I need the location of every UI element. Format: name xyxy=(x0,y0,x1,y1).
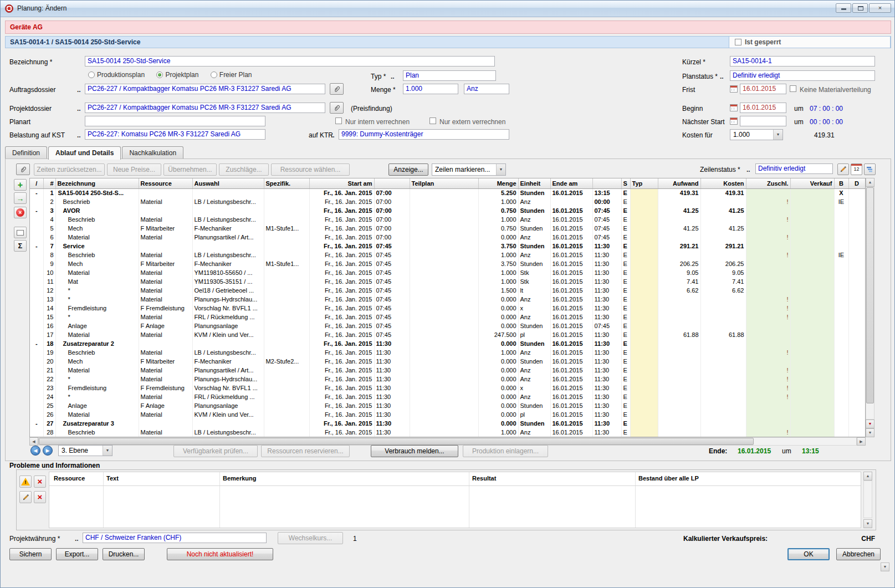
belastung-field[interactable]: PC26-227: Komatsu PC26 MR-3 F31227 Sared… xyxy=(85,129,265,140)
ebene-select[interactable]: 3. Ebene ▼ xyxy=(58,445,112,456)
maximize-button[interactable] xyxy=(852,3,868,13)
close-button[interactable]: × xyxy=(869,3,891,13)
probleme-scrollbar-track[interactable] xyxy=(863,480,872,518)
gantt-chart-icon[interactable] xyxy=(864,163,876,175)
ok-button[interactable]: OK xyxy=(787,548,830,560)
nav-forward-button[interactable]: ▶ xyxy=(43,446,53,456)
produktionsplan-radio[interactable] xyxy=(88,71,95,78)
column-header-vk[interactable]: Verkauf xyxy=(790,178,834,188)
planart-field[interactable] xyxy=(85,116,265,126)
detail-view-button[interactable] xyxy=(14,227,27,238)
scroll-left-button[interactable]: ◀ xyxy=(29,437,38,446)
beginn-zeit-field[interactable]: 07 : 00 : 00 xyxy=(810,105,843,113)
column-header-typ[interactable]: Typ xyxy=(630,178,658,188)
plan-row-12[interactable]: 12*MaterialOel18 / Getriebeoel ...Fr., 1… xyxy=(30,286,865,295)
column-header-et[interactable] xyxy=(592,178,621,188)
zuschlaege-button[interactable]: Zuschläge... xyxy=(219,163,269,176)
zeiten-zuruecksetzen-button[interactable]: Zeiten zurücksetzen... xyxy=(34,163,105,176)
probleme-scroll-up-button[interactable]: ▲ xyxy=(863,472,872,480)
column-header-spez[interactable]: Spezifik. xyxy=(264,178,309,188)
scroll-up-button[interactable]: ▲ xyxy=(866,178,874,187)
auftragsdossier-attach-button[interactable] xyxy=(330,83,344,95)
plan-row-17[interactable]: 17MaterialMaterialKVM / Klein und Ver...… xyxy=(30,330,865,339)
plan-row-6[interactable]: 6MaterialMaterialPlanungsartikel / Art..… xyxy=(30,233,865,242)
plan-row-10[interactable]: 10MaterialMaterialYM119810-55650 / ...Fr… xyxy=(30,268,865,277)
column-header-num[interactable]: # xyxy=(43,178,55,188)
neue-preise-button[interactable]: Neue Preise... xyxy=(107,163,161,176)
plan-row-22[interactable]: 22*MaterialPlanungs-Hydrschlau...Fr., 16… xyxy=(30,375,865,384)
insert-row-button[interactable]: → xyxy=(14,192,27,204)
column-header-b[interactable]: B xyxy=(834,178,848,188)
column-header-ausw[interactable]: Auswahl xyxy=(192,178,264,188)
delete-row-button[interactable]: × xyxy=(14,207,27,218)
plan-row-13[interactable]: 13*MaterialPlanungs-Hydrschlau...Fr., 16… xyxy=(30,295,865,304)
kuerzel-field[interactable]: SA15-0014-1 xyxy=(730,56,875,67)
naechster-start-zeit-field[interactable]: 00 : 00 : 00 xyxy=(810,118,843,126)
tab-definition[interactable]: Definition xyxy=(5,146,47,159)
plan-row-3[interactable]: -3AVORFr., 16. Jan. 201507:000.750Stunde… xyxy=(30,206,865,215)
ressourcen-reservieren-button[interactable]: Ressourcen reservieren... xyxy=(261,445,350,457)
frist-calendar-icon[interactable] xyxy=(730,85,738,93)
scroll-right-button[interactable]: ▶ xyxy=(857,437,866,446)
sichern-button[interactable]: Sichern xyxy=(9,548,52,560)
freier-plan-radio[interactable] xyxy=(211,71,217,78)
typ-browse-button[interactable]: .. xyxy=(391,73,395,80)
nur-intern-checkbox[interactable] xyxy=(335,117,342,124)
ist-gesperrt-checkbox[interactable] xyxy=(735,39,741,45)
frist-field[interactable]: 16.01.2015 xyxy=(740,84,786,94)
plan-row-26[interactable]: 26MaterialMaterialKVM / Klein und Ver...… xyxy=(30,410,865,419)
horizontal-scrollbar-thumb[interactable] xyxy=(39,438,754,445)
clear-notes-button[interactable]: × xyxy=(34,491,46,503)
keine-materialverteilung-checkbox[interactable] xyxy=(790,85,796,92)
plan-row-15[interactable]: 15*MaterialFRL / Rückmeldung ...Fr., 16.… xyxy=(30,313,865,321)
plan-row-20[interactable]: 20MechF MitarbeiterF-MechanikerM2-Stufe2… xyxy=(30,357,865,366)
plan-row-5[interactable]: 5MechF MitarbeiterF-MechanikerM1-Stufe1.… xyxy=(30,224,865,233)
plan-row-2[interactable]: 2BeschriebMaterialLB / Leistungsbeschr..… xyxy=(30,197,865,206)
column-header-zu[interactable]: Zuschl. xyxy=(746,178,790,188)
sum-button[interactable]: Σ xyxy=(14,240,27,252)
verbrauch-melden-button[interactable]: Verbrauch melden... xyxy=(371,445,458,457)
planstatus-field[interactable]: Definitiv erledigt xyxy=(730,70,875,81)
add-row-button[interactable]: + xyxy=(14,179,27,191)
plan-row-14[interactable]: 14FremdleistungF FremdleistungVorschlag … xyxy=(30,304,865,313)
calendar-12-icon[interactable]: 12 xyxy=(851,163,862,175)
ressource-waehlen-button[interactable]: Ressource wählen... xyxy=(271,163,350,176)
column-header-st[interactable] xyxy=(374,178,410,188)
plan-row-18[interactable]: -18Zusatzreparatur 2Fr., 16. Jan. 201511… xyxy=(30,339,865,348)
column-header-sd[interactable]: Start am xyxy=(309,178,374,188)
auf-ktr-field[interactable]: 9999: Dummy-Kostenträger xyxy=(339,129,509,140)
anzeige-button[interactable]: Anzeige... xyxy=(388,163,428,176)
column-header-menge[interactable]: Menge xyxy=(478,178,518,188)
edit-note-button[interactable] xyxy=(19,491,32,503)
auftragsdossier-browse-button[interactable]: .. xyxy=(77,86,81,93)
belastung-browse-button[interactable]: .. xyxy=(77,132,81,139)
column-header-einh[interactable]: Einheit xyxy=(518,178,550,188)
window-scroll-down-button[interactable]: ▼ xyxy=(881,563,889,571)
projektplan-radio[interactable] xyxy=(156,71,163,78)
produktion-einlagern-button[interactable]: Produktion einlagern... xyxy=(463,445,548,457)
projektwaehrung-field[interactable]: CHF / Schweizer Franken (CHF) xyxy=(83,533,267,543)
auftragsdossier-field[interactable]: PC26-227 / Kompaktbagger Komatsu PC26 MR… xyxy=(85,84,325,94)
drucken-button[interactable]: Drucken... xyxy=(103,548,145,560)
format-wand-icon[interactable] xyxy=(837,163,849,175)
column-header-slash[interactable]: / xyxy=(30,178,43,188)
plan-row-24[interactable]: 24*MaterialFRL / Rückmeldung ...Fr., 16.… xyxy=(30,392,865,401)
abbrechen-button[interactable]: Abbrechen xyxy=(836,548,881,560)
probleme-scroll-down-button[interactable]: ▼ xyxy=(863,519,872,528)
typ-field[interactable]: Plan xyxy=(403,70,496,81)
plan-row-16[interactable]: 16AnlageF AnlagePlanungsanlageFr., 16. J… xyxy=(30,321,865,330)
zeilenstatus-browse-button[interactable]: .. xyxy=(746,166,750,173)
titlebar[interactable]: Planung: Ändern × xyxy=(1,1,894,17)
plan-row-4[interactable]: 4BeschriebMaterialLB / Leistungsbeschr..… xyxy=(30,215,865,224)
column-header-s[interactable]: S xyxy=(621,178,630,188)
plan-row-21[interactable]: 21MaterialMaterialPlanungsartikel / Art.… xyxy=(30,366,865,375)
projektdossier-attach-button[interactable] xyxy=(330,102,344,114)
minimize-button[interactable] xyxy=(836,3,851,13)
naechster-start-calendar-icon[interactable] xyxy=(730,117,738,125)
plan-row-9[interactable]: 9MechF MitarbeiterF-MechanikerM1-Stufe1.… xyxy=(30,259,865,268)
plan-row-11[interactable]: 11MatMaterialYM119305-35151 / ...Fr., 16… xyxy=(30,277,865,286)
menge-einheit-field[interactable]: Anz xyxy=(464,84,509,94)
uebernehmen-button[interactable]: Übernehmen... xyxy=(163,163,217,176)
jump-to-end-button[interactable]: ▼ xyxy=(866,420,874,428)
menge-field[interactable]: 1.000 xyxy=(403,84,458,94)
